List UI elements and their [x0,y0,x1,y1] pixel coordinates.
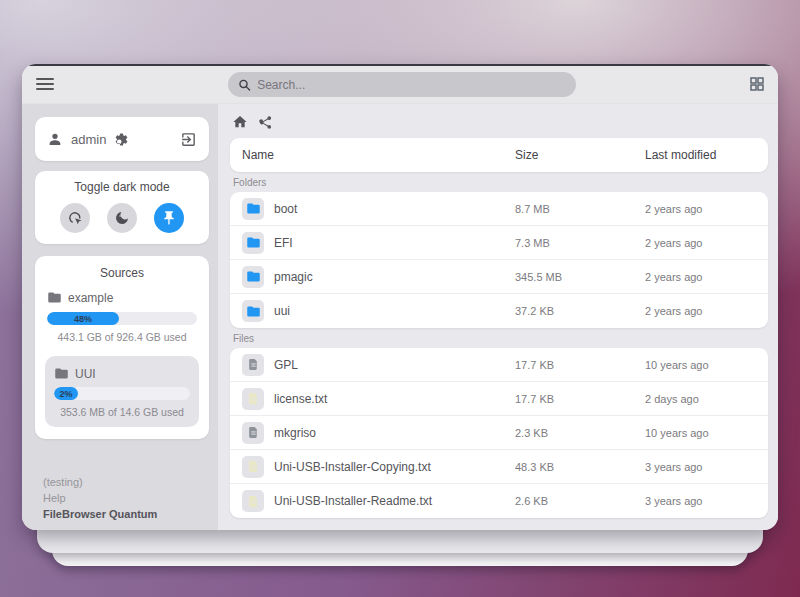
item-name: pmagic [274,270,313,284]
item-name: Uni-USB-Installer-Copying.txt [274,460,431,474]
item-modified: 10 years ago [645,359,756,371]
moon-dark-mode-button[interactable] [107,203,137,233]
item-size: 48.3 KB [515,461,645,473]
share-icon[interactable] [258,115,273,130]
usage-text: 443.1 GB of 926.4 GB used [45,331,199,343]
filebrowser-window: admin Toggle dark mode [22,64,778,530]
folder-icon [47,290,62,305]
file-row[interactable]: GPL17.7 KB10 years ago [230,348,768,382]
section-label-folders: Folders [233,177,768,188]
person-icon [47,131,63,147]
source-name: example [68,291,113,305]
pin-icon [161,210,177,226]
column-size[interactable]: Size [515,148,645,162]
item-size: 8.7 MB [515,203,645,215]
sources-card: Sources example 48% 443.1 GB of 926.4 GB… [35,256,209,439]
dark-mode-label: Toggle dark mode [45,180,199,194]
folder-row[interactable]: pmagic345.5 MB2 years ago [230,260,768,294]
home-icon[interactable] [232,114,248,130]
top-bar [22,64,778,104]
item-size: 2.3 KB [515,427,645,439]
dark-mode-card: Toggle dark mode [35,171,209,244]
help-link[interactable]: Help [43,490,157,506]
item-name: Uni-USB-Installer-Readme.txt [274,494,432,508]
grid-view-icon[interactable] [749,76,765,92]
item-name: boot [274,202,297,216]
username-label: admin [71,132,106,147]
usage-progress-fill: 2% [54,387,78,400]
file-listing-area: Name Size Last modified Foldersboot8.7 M… [218,104,778,530]
item-name: uui [274,304,290,318]
file-row[interactable]: license.txt17.7 KB2 days ago [230,382,768,416]
folder-icon [242,232,264,254]
item-size: 7.3 MB [515,237,645,249]
cursor-click-icon [67,210,84,227]
sidebar: admin Toggle dark mode [22,104,218,530]
item-modified: 2 years ago [645,305,756,317]
item-modified: 2 years ago [645,237,756,249]
item-modified: 2 days ago [645,393,756,405]
item-modified: 2 years ago [645,203,756,215]
item-size: 17.7 KB [515,359,645,371]
file-cream-icon [242,456,264,478]
sources-title: Sources [45,266,199,280]
source-item-uui[interactable]: UUI 2% 353.6 MB of 14.6 GB used [45,356,199,427]
moon-icon [114,210,130,226]
usage-progress-track: 2% [54,387,190,400]
item-modified: 10 years ago [645,427,756,439]
item-size: 37.2 KB [515,305,645,317]
user-card[interactable]: admin [35,117,209,161]
folder-icon [242,266,264,288]
file-row[interactable]: Uni-USB-Installer-Readme.txt2.6 KB3 year… [230,484,768,518]
folder-icon [242,198,264,220]
listing-sections: Foldersboot8.7 MB2 years agoEFI7.3 MB2 y… [230,177,768,518]
item-modified: 3 years ago [645,461,756,473]
item-modified: 2 years ago [645,271,756,283]
section-card-folders: boot8.7 MB2 years agoEFI7.3 MB2 years ag… [230,192,768,328]
usage-text: 353.6 MB of 14.6 GB used [52,406,192,418]
folder-icon [242,300,264,322]
cursor-click-mode-button[interactable] [60,203,90,233]
sidebar-footer: (testing) Help FileBrowser Quantum [43,474,157,522]
section-card-files: GPL17.7 KB10 years agolicense.txt17.7 KB… [230,348,768,518]
item-size: 17.7 KB [515,393,645,405]
item-name: license.txt [274,392,327,406]
search-input[interactable] [257,78,566,92]
brand-label: FileBrowser Quantum [43,506,157,522]
file-cream-icon [242,388,264,410]
file-gray-icon [242,354,264,376]
file-cream-icon [242,490,264,512]
search-bar[interactable] [228,72,576,97]
file-gray-icon [242,422,264,444]
item-name: EFI [274,236,293,250]
section-label-files: Files [233,333,768,344]
menu-icon[interactable] [36,78,54,90]
source-item-example[interactable]: example 48% 443.1 GB of 926.4 GB used [45,290,199,343]
folder-icon [54,366,69,381]
file-row[interactable]: Uni-USB-Installer-Copying.txt48.3 KB3 ye… [230,450,768,484]
column-last-modified[interactable]: Last modified [645,148,756,162]
item-name: GPL [274,358,298,372]
source-name: UUI [75,367,96,381]
search-icon [238,78,251,92]
pin-mode-button[interactable] [154,203,184,233]
folder-row[interactable]: uui37.2 KB2 years ago [230,294,768,328]
item-modified: 3 years ago [645,495,756,507]
item-size: 345.5 MB [515,271,645,283]
table-header: Name Size Last modified [230,138,768,172]
item-size: 2.6 KB [515,495,645,507]
file-row[interactable]: mkgriso2.3 KB10 years ago [230,416,768,450]
gear-icon[interactable] [114,132,129,147]
usage-progress-fill: 48% [47,312,119,325]
breadcrumb [230,111,768,138]
version-label: (testing) [43,474,157,490]
folder-row[interactable]: EFI7.3 MB2 years ago [230,226,768,260]
folder-row[interactable]: boot8.7 MB2 years ago [230,192,768,226]
item-name: mkgriso [274,426,316,440]
logout-icon[interactable] [180,131,197,148]
column-name[interactable]: Name [242,148,515,162]
usage-progress-track: 48% [47,312,197,325]
